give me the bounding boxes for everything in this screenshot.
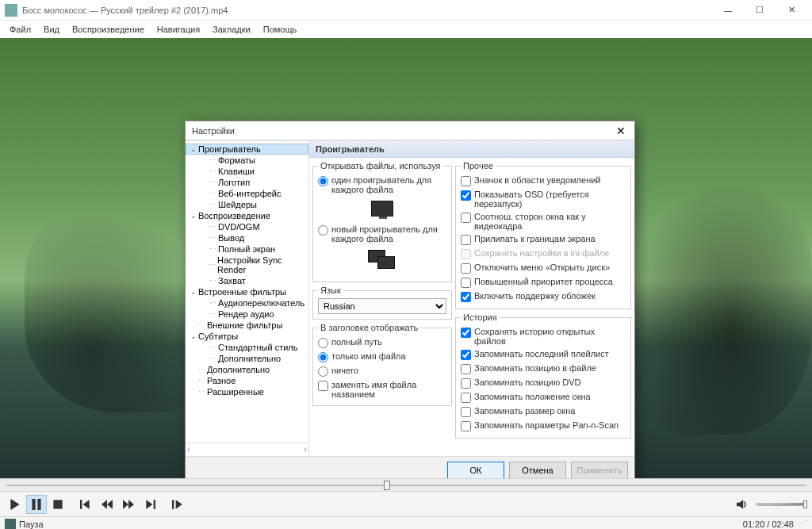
radio-file-name[interactable]: только имя файла xyxy=(318,350,446,364)
check-hist-pns[interactable]: Запоминать параметры Pan-n-Scan xyxy=(461,419,626,433)
radio-nothing[interactable]: ничего xyxy=(318,364,446,378)
tree-item-10[interactable]: ⋯Настройки Sync Render xyxy=(186,255,308,275)
volume-thumb[interactable] xyxy=(803,500,807,508)
minimize-button[interactable]: — xyxy=(712,0,744,21)
close-button[interactable]: ✕ xyxy=(776,0,807,21)
cancel-button[interactable]: Отмена xyxy=(509,462,566,479)
ok-button[interactable]: ОК xyxy=(447,462,504,479)
history-legend: История xyxy=(461,312,500,322)
status-bar: Пауза 01:20 / 02:48 ⋰ xyxy=(0,516,812,529)
tree-item-15[interactable]: ⋯Внешние фильтры xyxy=(186,320,308,331)
settings-panel: Проигрыватель Открывать файлы, используя… xyxy=(309,141,634,456)
tree-item-0[interactable]: ⌄Проигрыватель xyxy=(186,144,308,155)
svg-rect-1 xyxy=(37,499,40,510)
menu-playback[interactable]: Воспроизведение xyxy=(66,23,151,36)
check-hist-winsize[interactable]: Запоминать размер окна xyxy=(461,404,626,419)
volume-slider[interactable] xyxy=(756,503,807,506)
tree-item-3[interactable]: ⋯Логотип xyxy=(186,177,308,188)
check-osd[interactable]: Показывать OSD (требуется перезапуск) xyxy=(461,188,626,210)
check-disable-open-disk[interactable]: Отключить меню «Открыть диск» xyxy=(461,261,626,275)
tree-item-8[interactable]: ⋯Вывод xyxy=(186,232,308,243)
menu-file[interactable]: Файл xyxy=(3,23,37,36)
menu-view[interactable]: Вид xyxy=(37,23,66,36)
tree-item-12[interactable]: ⌄Встроенные фильтры xyxy=(186,286,308,297)
tree-item-19[interactable]: ⋯Дополнительно xyxy=(186,364,308,375)
stop-button[interactable] xyxy=(48,495,68,514)
dialog-close-icon[interactable]: ✕ xyxy=(614,124,628,138)
seek-bar[interactable] xyxy=(0,478,812,491)
check-hist-dvd[interactable]: Запоминать позицию DVD xyxy=(461,376,626,390)
svg-rect-4 xyxy=(154,500,155,509)
seek-track xyxy=(6,485,806,486)
dialog-title: Настройки xyxy=(192,126,614,136)
tree-item-21[interactable]: ⋯Расширенные xyxy=(186,386,308,397)
tree-item-4[interactable]: ⋯Веб-интерфейс xyxy=(186,188,308,199)
tree-item-14[interactable]: ⋯Рендер аудио xyxy=(186,309,308,320)
open-files-legend: Открывать файлы, используя xyxy=(318,161,442,171)
svg-rect-3 xyxy=(80,500,82,509)
check-replace-name[interactable]: заменять имя файла названием xyxy=(318,378,446,401)
language-select[interactable]: Russian xyxy=(318,298,446,314)
settings-dialog: Настройки ✕ ⌄Проигрыватель⋯Форматы⋯Клави… xyxy=(185,121,635,478)
tree-item-11[interactable]: ⋯Захват xyxy=(186,275,308,286)
radio-full-path[interactable]: полный путь xyxy=(318,335,446,350)
settings-tree[interactable]: ⌄Проигрыватель⋯Форматы⋯Клавиши⋯Логотип⋯В… xyxy=(186,141,309,456)
check-aspect[interactable]: Соотнош. сторон окна как у видеокадра xyxy=(461,210,626,232)
tree-scrollbar[interactable]: ‹› xyxy=(186,443,308,454)
play-button[interactable] xyxy=(5,495,25,514)
check-hist-files[interactable]: Сохранять историю открытых файлов xyxy=(461,325,626,347)
tree-item-17[interactable]: ⋯Стандартный стиль xyxy=(186,342,308,353)
tree-item-7[interactable]: ⋯DVD/OGM xyxy=(186,221,308,232)
chevron-down-icon: ⌄ xyxy=(189,288,198,296)
tree-item-label: Субтитры xyxy=(198,332,238,341)
step-button[interactable] xyxy=(167,495,188,514)
title-display-group: В заголовке отображать полный путь тольк… xyxy=(312,323,452,406)
dialog-titlebar[interactable]: Настройки ✕ xyxy=(186,121,634,140)
check-covers[interactable]: Включить поддержку обложек xyxy=(461,289,626,304)
tree-item-18[interactable]: ⋯Дополнительно xyxy=(186,353,308,364)
tree-item-13[interactable]: ⋯Аудиопереключатель xyxy=(186,297,308,309)
menu-navigation[interactable]: Навигация xyxy=(151,23,206,36)
radio-new-player[interactable]: новый проигрыватель для каждого файла xyxy=(318,223,446,245)
resize-grip-icon[interactable]: ⋰ xyxy=(799,519,807,529)
check-tray-icon[interactable]: Значок в области уведомлений xyxy=(461,174,626,188)
seek-thumb[interactable] xyxy=(384,481,390,490)
check-snap[interactable]: Прилипать к границам экрана xyxy=(461,232,626,247)
check-hist-winpos[interactable]: Запоминать положение окна xyxy=(461,390,626,404)
tree-item-5[interactable]: ⋯Шейдеры xyxy=(186,199,308,210)
open-files-group: Открывать файлы, используя один проигрыв… xyxy=(312,161,452,282)
tree-item-label: Дополнительно xyxy=(218,354,281,363)
tree-item-label: Настройки Sync Render xyxy=(217,255,305,274)
rewind-button[interactable] xyxy=(97,495,117,514)
check-ini: Сохранять настройки в ini-файле xyxy=(461,247,626,261)
tree-item-label: Форматы xyxy=(218,155,255,165)
tree-item-6[interactable]: ⌄Воспроизведение xyxy=(186,210,308,221)
tree-item-9[interactable]: ⋯Полный экран xyxy=(186,243,308,255)
pause-button[interactable] xyxy=(26,495,47,514)
language-legend: Язык xyxy=(318,286,343,295)
tree-item-1[interactable]: ⋯Форматы xyxy=(186,155,308,166)
tree-item-label: Клавиши xyxy=(218,167,255,176)
tree-item-2[interactable]: ⋯Клавиши xyxy=(186,166,308,177)
tree-item-20[interactable]: ⋯Разное xyxy=(186,375,308,386)
forward-button[interactable] xyxy=(118,495,139,514)
check-hist-pos[interactable]: Запоминать позицию в файле xyxy=(461,362,626,376)
apply-button[interactable]: Применить xyxy=(571,462,628,479)
monitor-icon xyxy=(371,201,393,217)
tree-item-label: Веб-интерфейс xyxy=(218,189,281,198)
tree-item-16[interactable]: ⌄Субтитры xyxy=(186,331,308,342)
tree-item-label: Рендер аудио xyxy=(218,309,274,319)
check-high-priority[interactable]: Повышенный приоритет процесса xyxy=(461,275,626,289)
mute-button[interactable] xyxy=(732,495,753,514)
svg-rect-5 xyxy=(172,500,174,509)
video-area[interactable]: BOXPROGRAMS.RU Настройки ✕ ⌄Проигрывател… xyxy=(0,38,812,478)
maximize-button[interactable]: ☐ xyxy=(744,0,776,21)
check-hist-playlist[interactable]: Запоминать последний плейлист xyxy=(461,347,626,362)
menu-help[interactable]: Помощь xyxy=(257,23,304,36)
next-button[interactable] xyxy=(140,495,160,514)
menu-bookmarks[interactable]: Закладки xyxy=(206,23,257,36)
prev-button[interactable] xyxy=(75,495,96,514)
tree-item-label: Дополнительно xyxy=(207,365,270,374)
multi-monitor-icon xyxy=(368,250,396,270)
radio-one-player[interactable]: один проигрыватель для каждого файла xyxy=(318,174,446,196)
